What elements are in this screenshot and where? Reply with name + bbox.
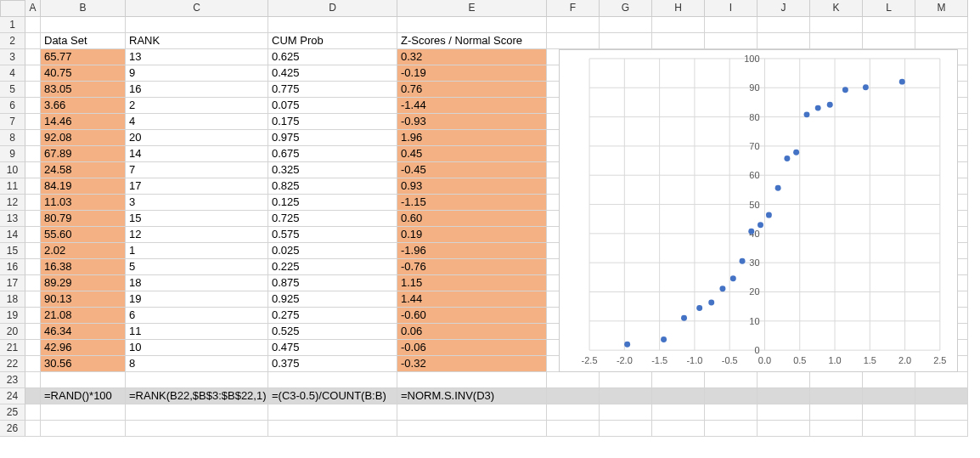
cell-G2[interactable]	[600, 33, 652, 49]
row-header-11[interactable]: 11	[0, 178, 25, 195]
col-header-E[interactable]: E	[397, 0, 547, 17]
cell-A13[interactable]	[25, 211, 41, 227]
col-header-G[interactable]: G	[600, 0, 652, 17]
cell-B13[interactable]: 80.79	[41, 211, 126, 227]
cell-H2[interactable]	[652, 33, 705, 49]
cell-C21[interactable]: 10	[126, 340, 268, 356]
cell-C17[interactable]: 18	[126, 275, 268, 291]
cell-D13[interactable]: 0.725	[268, 211, 397, 227]
cell-B9[interactable]: 67.89	[41, 146, 126, 162]
row-header-25[interactable]: 25	[0, 404, 25, 421]
cell-D5[interactable]: 0.775	[268, 82, 397, 98]
cell-M26[interactable]	[915, 421, 968, 437]
cell-J23[interactable]	[758, 372, 810, 388]
cell-A11[interactable]	[25, 178, 41, 195]
cell-E3[interactable]: 0.32	[397, 49, 547, 65]
cell-F25[interactable]	[547, 404, 600, 421]
cell-A24[interactable]	[25, 388, 41, 404]
cell-F26[interactable]	[547, 421, 600, 437]
cell-E9[interactable]: 0.45	[397, 146, 547, 162]
cell-D1[interactable]	[268, 17, 397, 33]
cell-C12[interactable]: 3	[126, 195, 268, 211]
cell-B22[interactable]: 30.56	[41, 356, 126, 372]
cell-C3[interactable]: 13	[126, 49, 268, 65]
row-header-24[interactable]: 24	[0, 388, 25, 404]
cell-D9[interactable]: 0.675	[268, 146, 397, 162]
cell-A9[interactable]	[25, 146, 41, 162]
cell-A19[interactable]	[25, 308, 41, 324]
col-header-A[interactable]: A	[25, 0, 41, 17]
col-header-M[interactable]: M	[915, 0, 968, 17]
cell-I26[interactable]	[705, 421, 758, 437]
col-header-J[interactable]: J	[758, 0, 810, 17]
row-header-5[interactable]: 5	[0, 82, 25, 98]
cell-C19[interactable]: 6	[126, 308, 268, 324]
cell-J24[interactable]	[758, 388, 810, 404]
cell-A21[interactable]	[25, 340, 41, 356]
cell-D14[interactable]: 0.575	[268, 227, 397, 243]
cell-L2[interactable]	[863, 33, 915, 49]
cell-I1[interactable]	[705, 17, 758, 33]
row-header-23[interactable]: 23	[0, 372, 25, 388]
col-header-F[interactable]: F	[547, 0, 600, 17]
cell-B19[interactable]: 21.08	[41, 308, 126, 324]
cell-E8[interactable]: 1.96	[397, 130, 547, 146]
cell-D23[interactable]	[268, 372, 397, 388]
cell-L1[interactable]	[863, 17, 915, 33]
cell-A7[interactable]	[25, 114, 41, 130]
cell-B14[interactable]: 55.60	[41, 227, 126, 243]
cell-C10[interactable]: 7	[126, 162, 268, 178]
cell-B12[interactable]: 11.03	[41, 195, 126, 211]
row-header-15[interactable]: 15	[0, 243, 25, 259]
cell-I25[interactable]	[705, 404, 758, 421]
cell-D3[interactable]: 0.625	[268, 49, 397, 65]
cell-C23[interactable]	[126, 372, 268, 388]
cell-A22[interactable]	[25, 356, 41, 372]
cell-K1[interactable]	[810, 17, 863, 33]
row-header-2[interactable]: 2	[0, 33, 25, 49]
cell-K2[interactable]	[810, 33, 863, 49]
cell-B20[interactable]: 46.34	[41, 324, 126, 340]
cell-B6[interactable]: 3.66	[41, 98, 126, 114]
cell-E10[interactable]: -0.45	[397, 162, 547, 178]
cell-B10[interactable]: 24.58	[41, 162, 126, 178]
row-header-7[interactable]: 7	[0, 114, 25, 130]
cell-A23[interactable]	[25, 372, 41, 388]
col-header-K[interactable]: K	[810, 0, 863, 17]
cell-A10[interactable]	[25, 162, 41, 178]
cell-G1[interactable]	[600, 17, 652, 33]
row-header-17[interactable]: 17	[0, 275, 25, 291]
cell-E12[interactable]: -1.15	[397, 195, 547, 211]
cell-A5[interactable]	[25, 82, 41, 98]
row-header-8[interactable]: 8	[0, 130, 25, 146]
cell-B26[interactable]	[41, 421, 126, 437]
cell-E5[interactable]: 0.76	[397, 82, 547, 98]
cell-G23[interactable]	[600, 372, 652, 388]
cell-D2[interactable]: CUM Prob	[268, 33, 397, 49]
cell-C9[interactable]: 14	[126, 146, 268, 162]
cell-J26[interactable]	[758, 421, 810, 437]
cell-A17[interactable]	[25, 275, 41, 291]
cell-B11[interactable]: 84.19	[41, 178, 126, 195]
cell-D26[interactable]	[268, 421, 397, 437]
cell-C11[interactable]: 17	[126, 178, 268, 195]
cell-G26[interactable]	[600, 421, 652, 437]
cell-A26[interactable]	[25, 421, 41, 437]
row-header-21[interactable]: 21	[0, 340, 25, 356]
cell-D4[interactable]: 0.425	[268, 65, 397, 82]
cell-D22[interactable]: 0.375	[268, 356, 397, 372]
col-header-D[interactable]: D	[268, 0, 397, 17]
cell-D17[interactable]: 0.875	[268, 275, 397, 291]
cell-G24[interactable]	[600, 388, 652, 404]
cell-E15[interactable]: -1.96	[397, 243, 547, 259]
cell-E21[interactable]: -0.06	[397, 340, 547, 356]
cell-A20[interactable]	[25, 324, 41, 340]
cell-C13[interactable]: 15	[126, 211, 268, 227]
row-header-19[interactable]: 19	[0, 308, 25, 324]
cell-E17[interactable]: 1.15	[397, 275, 547, 291]
cell-C7[interactable]: 4	[126, 114, 268, 130]
cell-M23[interactable]	[915, 372, 968, 388]
cell-E24[interactable]: =NORM.S.INV(D3)	[397, 388, 547, 404]
cell-B18[interactable]: 90.13	[41, 291, 126, 308]
cell-E25[interactable]	[397, 404, 547, 421]
